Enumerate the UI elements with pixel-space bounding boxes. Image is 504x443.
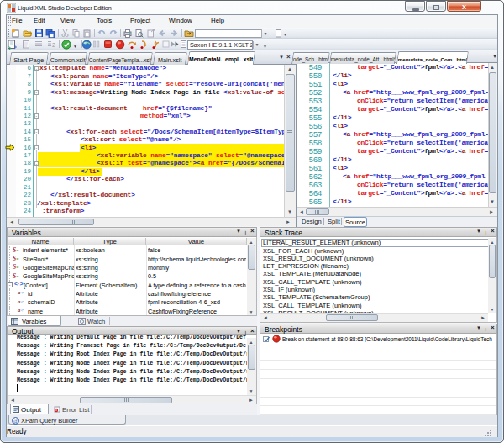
svg-text:2: 2 [52, 42, 55, 48]
svg-text:@: @ [13, 418, 18, 424]
